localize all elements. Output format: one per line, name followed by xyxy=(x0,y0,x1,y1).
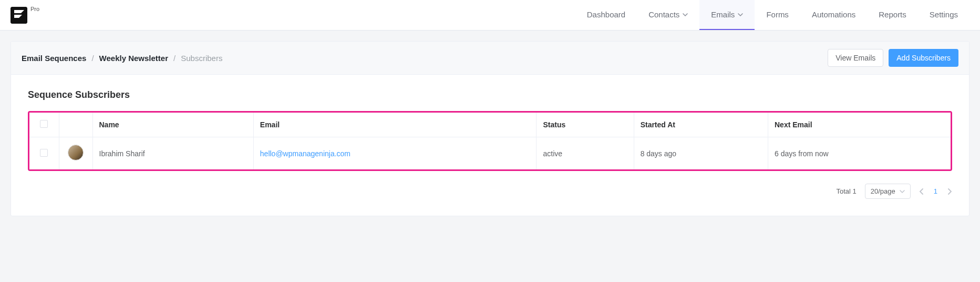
subscribers-table-highlight: Name Email Status Started At Next Email xyxy=(28,111,952,171)
page-size-select[interactable]: 20/page xyxy=(865,184,911,199)
breadcrumb-root[interactable]: Email Sequences xyxy=(22,54,86,63)
nav-emails[interactable]: Emails xyxy=(699,0,755,30)
table-row: Ibrahim Sharif hello@wpmanageninja.com a… xyxy=(29,137,951,170)
chevron-down-icon xyxy=(900,189,905,194)
total-label: Total 1 xyxy=(836,187,856,195)
nav-label: Reports xyxy=(879,10,906,19)
nav-automations[interactable]: Automations xyxy=(800,0,867,30)
nav-label: Settings xyxy=(930,10,958,19)
add-subscribers-button[interactable]: Add Subscribers xyxy=(889,49,958,67)
subscribers-table: Name Email Status Started At Next Email xyxy=(29,113,951,169)
cell-email-link[interactable]: hello@wpmanageninja.com xyxy=(260,149,350,158)
view-emails-button[interactable]: View Emails xyxy=(828,49,883,67)
top-nav: Pro Dashboard Contacts Emails Forms Auto… xyxy=(0,0,980,31)
cell-next-email: 6 days from now xyxy=(768,137,951,170)
col-name[interactable]: Name xyxy=(92,113,253,137)
nav-label: Automations xyxy=(812,10,855,19)
section-title: Sequence Subscribers xyxy=(28,89,952,100)
breadcrumb-sep: / xyxy=(91,54,94,63)
breadcrumb-current: Subscribers xyxy=(181,54,222,63)
nav-label: Emails xyxy=(711,10,735,19)
col-avatar xyxy=(59,113,92,137)
chevron-down-icon xyxy=(683,12,688,17)
prev-page-button[interactable] xyxy=(919,188,924,195)
pager: 1 xyxy=(919,187,952,195)
nav-items: Dashboard Contacts Emails Forms Automati… xyxy=(575,0,969,30)
pagination: Total 1 20/page 1 xyxy=(28,184,952,199)
nav-contacts[interactable]: Contacts xyxy=(637,0,699,30)
nav-reports[interactable]: Reports xyxy=(867,0,918,30)
col-status[interactable]: Status xyxy=(537,113,634,137)
avatar xyxy=(68,145,84,160)
chevron-left-icon xyxy=(919,188,924,195)
pro-label: Pro xyxy=(30,6,39,12)
col-next-email[interactable]: Next Email xyxy=(768,113,951,137)
cell-status: active xyxy=(537,137,634,170)
panel-header: Email Sequences / Weekly Newsletter / Su… xyxy=(11,42,969,75)
breadcrumb-sep: / xyxy=(173,54,176,63)
chevron-down-icon xyxy=(738,12,743,17)
brand: Pro xyxy=(11,7,39,24)
col-started-at[interactable]: Started At xyxy=(634,113,768,137)
col-email[interactable]: Email xyxy=(253,113,537,137)
cell-name: Ibrahim Sharif xyxy=(92,137,253,170)
chevron-right-icon xyxy=(947,188,952,195)
cell-started-at: 8 days ago xyxy=(634,137,768,170)
col-select-all xyxy=(29,113,59,137)
nav-label: Contacts xyxy=(648,10,679,19)
nav-forms[interactable]: Forms xyxy=(755,0,800,30)
select-all-checkbox[interactable] xyxy=(40,120,48,128)
next-page-button[interactable] xyxy=(947,188,952,195)
breadcrumb: Email Sequences / Weekly Newsletter / Su… xyxy=(22,54,222,63)
nav-label: Dashboard xyxy=(587,10,625,19)
breadcrumb-sequence[interactable]: Weekly Newsletter xyxy=(99,54,168,63)
logo-icon xyxy=(11,7,27,24)
nav-label: Forms xyxy=(766,10,789,19)
nav-settings[interactable]: Settings xyxy=(918,0,969,30)
page-size-value: 20/page xyxy=(871,187,895,195)
row-checkbox[interactable] xyxy=(40,149,48,157)
nav-dashboard[interactable]: Dashboard xyxy=(575,0,637,30)
main-panel: Email Sequences / Weekly Newsletter / Su… xyxy=(11,41,969,216)
current-page[interactable]: 1 xyxy=(934,187,937,195)
